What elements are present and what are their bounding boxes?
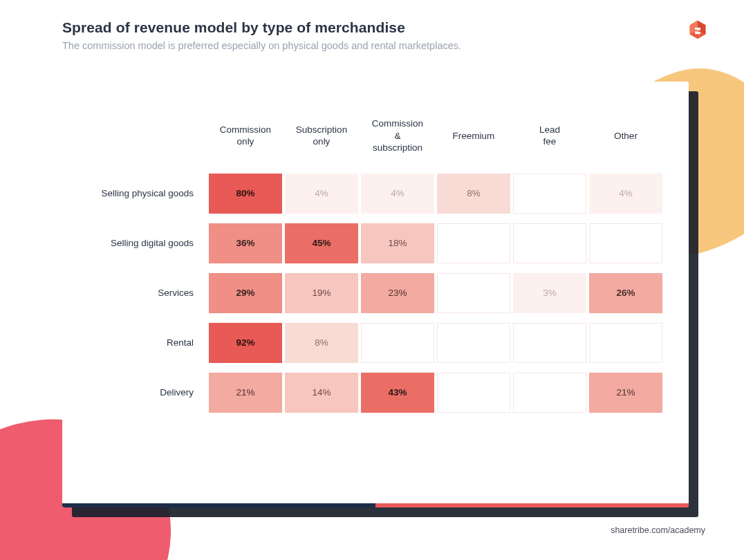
heatmap-cell: 29% [209,273,282,313]
heatmap-cell: 23% [361,273,434,313]
heatmap-row-header: Selling digital goods [75,238,206,248]
heatmap-cell [437,273,510,313]
footer-link: sharetribe.com/academy [611,525,705,535]
heatmap-cell: 21% [589,373,662,413]
heatmap-cell: 4% [361,174,434,214]
heatmap-cell: 14% [285,373,358,413]
heatmap-cell [513,323,586,363]
heatmap-cell [513,223,586,263]
footer-stripe-navy [62,503,375,507]
heatmap-cell [437,223,510,263]
heatmap-cell: 4% [589,174,662,214]
heatmap-col-header: Commissiononly [209,122,282,158]
heatmap-cell [437,373,510,413]
heatmap-row-header: Rental [75,337,206,348]
heatmap-cell [361,323,434,363]
heatmap-cell [589,223,662,263]
heatmap-col-header: Freemium [437,129,510,152]
heatmap-cell: 26% [589,273,662,313]
heatmap-cell [589,323,662,363]
card: CommissiononlySubscriptiononlyCommission… [62,82,689,507]
heatmap-cell: 92% [209,323,282,363]
card-footer-stripe [62,503,689,507]
heatmap-row-header: Delivery [75,387,206,398]
heatmap-cell: 8% [285,323,358,363]
header: Spread of revenue model by type of merch… [62,19,703,51]
heatmap-cell: 3% [513,273,586,313]
card-body: CommissiononlySubscriptiononlyCommission… [62,82,689,503]
heatmap-col-header: Commission&subscription [361,116,434,164]
heatmap-cell: 43% [361,373,434,413]
page-subtitle: The commission model is preferred especi… [62,40,703,51]
heatmap-cell [437,323,510,363]
chart-card: CommissiononlySubscriptiononlyCommission… [62,82,689,507]
heatmap-col-header: Other [589,129,662,152]
heatmap-col-header: Subscriptiononly [285,122,358,158]
heatmap-cell: 4% [285,174,358,214]
heatmap-cell: 19% [285,273,358,313]
sharetribe-logo-icon [685,17,711,43]
heatmap-cell: 21% [209,373,282,413]
heatmap-cell: 36% [209,223,282,263]
page-title: Spread of revenue model by type of merch… [62,19,703,36]
heatmap-table: CommissiononlySubscriptiononlyCommission… [75,116,662,413]
heatmap-row-header: Services [75,288,206,298]
heatmap-cell: 8% [437,174,510,214]
heatmap-col-header: Leadfee [513,122,586,158]
heatmap-cell [513,174,586,214]
heatmap-row-header: Selling physical goods [75,188,206,198]
heatmap-cell: 80% [209,174,282,214]
heatmap-cell: 45% [285,223,358,263]
heatmap-cell [513,373,586,413]
heatmap-cell: 18% [361,223,434,263]
footer-stripe-red [375,503,689,507]
